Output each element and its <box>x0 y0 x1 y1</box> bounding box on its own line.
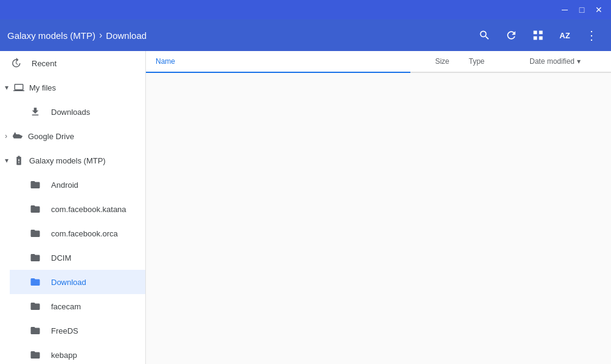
galaxy-chevron: ▾ <box>5 156 9 165</box>
folder-icon <box>29 349 41 360</box>
my-files-label: My files <box>29 83 56 92</box>
sidebar-item-dcim[interactable]: DCIM <box>10 246 145 270</box>
folder-label: DCIM <box>51 253 71 263</box>
folder-label: kebapp <box>51 351 77 360</box>
grid-view-button[interactable] <box>526 23 550 47</box>
breadcrumb: Galaxy models (MTP) › Download <box>7 30 468 41</box>
col-header-type[interactable]: Type <box>459 51 520 72</box>
folder-label: Android <box>51 180 78 190</box>
folder-icon <box>29 252 41 263</box>
google-drive-chevron: › <box>5 132 7 140</box>
close-button[interactable]: ✕ <box>592 2 606 17</box>
sidebar-section-google-drive[interactable]: › Google Drive <box>0 124 145 148</box>
folder-icon <box>29 301 41 312</box>
minimize-button[interactable]: ─ <box>557 2 572 17</box>
sort-arrow-icon: ▾ <box>577 57 581 66</box>
my-files-chevron: ▾ <box>5 83 9 92</box>
recent-icon <box>10 58 22 69</box>
folder-icon <box>29 204 41 215</box>
recent-label: Recent <box>32 59 57 68</box>
col-header-name[interactable]: Name <box>146 51 410 73</box>
sidebar-section-galaxy[interactable]: ▾ Galaxy models (MTP) <box>0 148 145 173</box>
col-header-date[interactable]: Date modified ▾ <box>520 51 611 72</box>
sidebar-section-my-files[interactable]: ▾ My files <box>0 75 145 100</box>
maximize-button[interactable]: □ <box>575 2 589 17</box>
google-drive-icon <box>12 131 23 142</box>
sidebar: Recent ▾ My files Downloads <box>0 51 146 364</box>
folder-label: FreeDS <box>51 326 78 335</box>
sidebar-item-kebapp[interactable]: kebapp <box>10 343 145 364</box>
more-options-button[interactable]: ⋮ <box>579 23 604 47</box>
folder-label: Download <box>51 278 86 287</box>
folder-icon <box>29 228 41 239</box>
folder-label: com.facebook.katana <box>51 205 126 214</box>
main-layout: Recent ▾ My files Downloads <box>0 51 611 364</box>
content-area: Name Size Type Date modified ▾ <box>146 51 611 364</box>
google-drive-label: Google Drive <box>28 132 74 141</box>
folder-icon <box>29 179 41 190</box>
column-headers: Name Size Type Date modified ▾ <box>146 51 611 73</box>
sidebar-item-com-facebook-katana[interactable]: com.facebook.katana <box>10 197 145 221</box>
toolbar-actions: AZ ⋮ <box>472 23 604 47</box>
breadcrumb-root[interactable]: Galaxy models (MTP) <box>7 30 95 41</box>
sidebar-item-android[interactable]: Android <box>10 173 145 197</box>
folder-icon <box>29 276 41 287</box>
breadcrumb-separator: › <box>99 30 102 41</box>
phone-icon <box>13 155 24 166</box>
sidebar-item-downloads[interactable]: Downloads <box>10 100 145 124</box>
folder-icon <box>29 325 41 336</box>
titlebar: ─ □ ✕ <box>0 0 611 19</box>
toolbar: Galaxy models (MTP) › Download AZ ⋮ <box>0 19 611 51</box>
folder-label: facecam <box>51 302 81 311</box>
galaxy-label: Galaxy models (MTP) <box>29 156 106 165</box>
sidebar-item-download[interactable]: Download <box>10 270 145 294</box>
computer-icon <box>13 82 24 93</box>
breadcrumb-current: Download <box>106 30 147 41</box>
sidebar-item-freeds[interactable]: FreeDS <box>10 318 145 343</box>
sidebar-item-recent[interactable]: Recent <box>0 51 145 75</box>
galaxy-subitems: Androidcom.facebook.katanacom.facebook.o… <box>0 173 145 364</box>
downloads-icon <box>29 106 41 117</box>
refresh-button[interactable] <box>499 23 523 47</box>
my-files-subitems: Downloads <box>0 100 145 124</box>
search-button[interactable] <box>472 23 497 47</box>
sidebar-item-facecam[interactable]: facecam <box>10 294 145 318</box>
downloads-label: Downloads <box>51 108 90 117</box>
col-header-size[interactable]: Size <box>410 51 459 72</box>
file-list <box>146 73 611 364</box>
sort-button[interactable]: AZ <box>553 23 577 47</box>
sidebar-item-com-facebook-orca[interactable]: com.facebook.orca <box>10 221 145 246</box>
folder-label: com.facebook.orca <box>51 229 118 238</box>
